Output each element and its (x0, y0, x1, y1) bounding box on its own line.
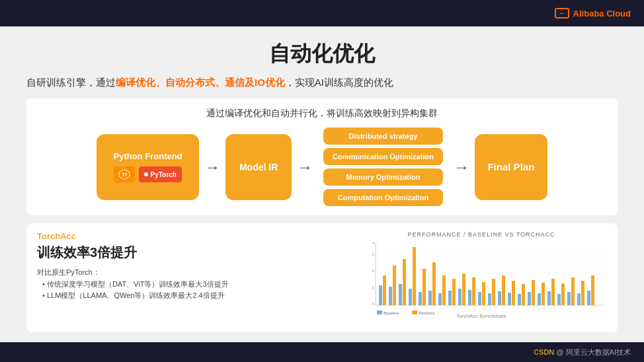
svg-rect-52 (577, 293, 581, 305)
alibaba-logo: Alibaba Cloud (555, 8, 631, 18)
alibaba-icon (555, 8, 569, 18)
svg-rect-47 (551, 279, 555, 305)
svg-rect-20 (419, 292, 422, 305)
bottom-right: PERFORMANCE / BASELINE VS TORCHACC 0 1 2… (356, 231, 607, 324)
pytorch-text: PyTorch (150, 171, 176, 178)
torchacc-label: TorchAcc (37, 231, 345, 241)
desc-intro: 对比原生PyTorch： (37, 268, 100, 276)
diagram-box: 通过编译优化和自动并行化，将训练高效映射到异构集群 Python Fronten… (26, 98, 618, 215)
model-ir-label: Model IR (239, 162, 278, 172)
svg-rect-53 (581, 281, 584, 305)
svg-rect-19 (413, 247, 416, 305)
footer-text: CSDN @ 阿里云大数据AI技术 (534, 347, 631, 357)
svg-rect-44 (538, 293, 541, 305)
subtitle-part1: 自研训练引擎，通过 (26, 77, 116, 88)
framework-logos: Tf PyTorch (114, 166, 182, 182)
svg-rect-15 (393, 266, 396, 305)
svg-rect-58 (412, 310, 417, 314)
final-plan-label: Final Plan (487, 161, 534, 172)
svg-rect-46 (547, 291, 551, 305)
bar-chart: 0 1 2 3 4 (356, 239, 607, 318)
svg-rect-56 (377, 310, 382, 314)
svg-rect-23 (432, 262, 436, 305)
subtitle-part2: ，实现AI训练高度的优化 (285, 77, 393, 88)
chart-title: PERFORMANCE / BASELINE VS TORCHACC (356, 231, 607, 238)
diagram-flow: Python Frontend Tf PyTorch (40, 127, 604, 206)
bottom-desc: 对比原生PyTorch： 传统深度学习模型（DAT、ViT等）训练效率最大3倍提… (37, 267, 345, 302)
svg-text:3: 3 (372, 252, 375, 256)
bottom-section: TorchAcc 训练效率3倍提升 对比原生PyTorch： 传统深度学习模型（… (26, 223, 618, 332)
bottom-left: TorchAcc 训练效率3倍提升 对比原生PyTorch： 传统深度学习模型（… (37, 231, 345, 324)
svg-rect-32 (478, 292, 481, 305)
svg-rect-48 (557, 294, 561, 305)
svg-rect-26 (448, 291, 452, 305)
svg-rect-14 (389, 287, 392, 305)
svg-rect-41 (522, 284, 525, 305)
svg-rect-39 (512, 281, 515, 305)
diagram-title: 通过编译优化和自动并行化，将训练高效映射到异构集群 (40, 108, 604, 120)
python-frontend-box: Python Frontend Tf PyTorch (97, 134, 199, 200)
slide: Alibaba Cloud 自动化优化 自研训练引擎，通过编译优化、自动分布式、… (0, 0, 644, 362)
svg-rect-22 (428, 291, 432, 305)
alibaba-logo-text: Alibaba Cloud (573, 9, 631, 18)
svg-text:TorchAcc: TorchAcc (419, 311, 435, 315)
svg-rect-12 (379, 285, 382, 305)
subtitle-line: 自研训练引擎，通过编译优化、自动分布式、通信及IO优化，实现AI训练高度的优化 (26, 77, 618, 89)
svg-text:0: 0 (372, 302, 375, 306)
svg-text:Baseline: Baseline (383, 311, 399, 315)
desc-item-1: 传统深度学习模型（DAT、ViT等）训练效率最大3倍提升 (42, 279, 345, 291)
tensorflow-logo: Tf (114, 166, 135, 182)
memory-optimization-box: Memory Optimization (323, 168, 443, 186)
svg-rect-28 (458, 289, 462, 305)
pytorch-logo: PyTorch (139, 166, 182, 182)
svg-text:2: 2 (372, 269, 375, 273)
svg-rect-37 (502, 275, 505, 305)
main-content: 自动化优化 自研训练引擎，通过编译优化、自动分布式、通信及IO优化，实现AI训练… (0, 26, 644, 342)
desc-item-2: LLM模型（LLAMA、QWen等）训练效率最大2.4倍提升 (42, 290, 345, 302)
svg-rect-16 (399, 284, 402, 305)
final-plan-box: Final Plan (475, 134, 547, 200)
subtitle-highlight: 编译优化、自动分布式、通信及IO优化 (116, 77, 285, 88)
csdn-label: CSDN (534, 348, 554, 356)
svg-rect-17 (403, 259, 406, 305)
desc-list: 传统深度学习模型（DAT、ViT等）训练效率最大3倍提升 LLM模型（LLAMA… (37, 279, 345, 302)
svg-rect-51 (571, 277, 575, 305)
svg-rect-49 (561, 283, 565, 305)
svg-rect-30 (468, 290, 471, 305)
python-frontend-label: Python Frontend (114, 151, 182, 161)
footer-company: 阿里云大数据AI技术 (566, 348, 631, 356)
svg-rect-25 (442, 275, 446, 305)
svg-rect-36 (498, 291, 501, 305)
svg-text:Tf: Tf (122, 172, 127, 178)
page-title: 自动化优化 (26, 40, 618, 69)
svg-text:1: 1 (372, 285, 375, 289)
distributed-strategy-box: Distributed strategy (323, 127, 443, 145)
svg-rect-40 (518, 294, 521, 305)
svg-rect-35 (492, 279, 495, 305)
arrow-1: → (204, 158, 220, 176)
svg-rect-42 (528, 292, 531, 305)
svg-rect-27 (452, 279, 456, 305)
computation-optimization-box: Computation Optimization (323, 189, 443, 206)
footer-bar: CSDN @ 阿里云大数据AI技术 (0, 342, 644, 362)
svg-rect-34 (488, 293, 491, 305)
svg-rect-38 (508, 293, 511, 305)
svg-rect-21 (423, 269, 426, 305)
arrow-2: → (297, 158, 313, 176)
svg-rect-24 (438, 293, 442, 305)
svg-rect-50 (567, 292, 571, 305)
svg-rect-33 (482, 282, 485, 305)
svg-rect-54 (587, 291, 590, 305)
optimization-stack: Distributed strategy Communication Optim… (323, 127, 443, 206)
communication-optimization-box: Communication Optimization (323, 148, 443, 165)
chart-area: 0 1 2 3 4 (356, 239, 607, 318)
top-bar: Alibaba Cloud (0, 0, 644, 26)
model-ir-box: Model IR (225, 134, 292, 200)
svg-text:4: 4 (372, 241, 375, 245)
svg-rect-29 (462, 273, 465, 305)
svg-rect-13 (383, 275, 386, 305)
pytorch-dot (144, 172, 148, 176)
svg-rect-43 (532, 280, 535, 305)
svg-rect-45 (542, 283, 545, 305)
bottom-heading: 训练效率3倍提升 (37, 244, 345, 262)
